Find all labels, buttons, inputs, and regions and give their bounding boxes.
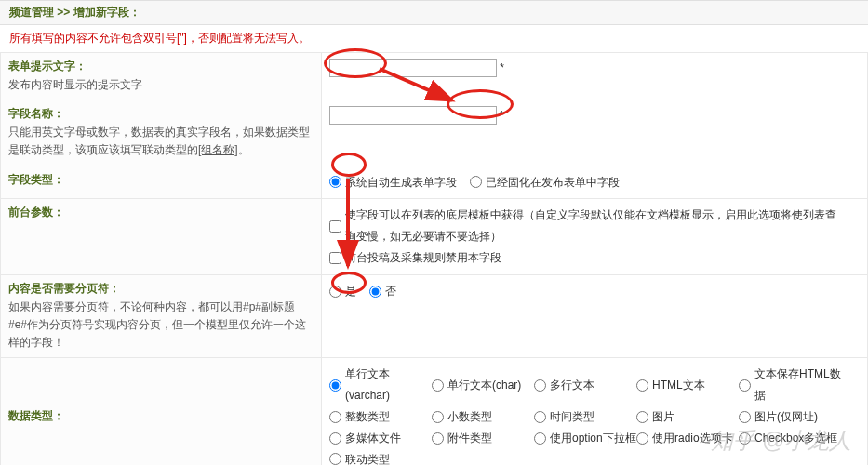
row-front-arg: 前台参数： 使字段可以在列表的底层模板中获得（自定义字段默认仅能在文档模板显示，… xyxy=(1,199,868,274)
data-type-option[interactable]: 附件类型 xyxy=(432,428,534,449)
data-type-option[interactable]: 联动类型 xyxy=(329,449,432,466)
page-break-title: 内容是否需要分页符： xyxy=(8,281,314,297)
page-break-no[interactable]: 否 xyxy=(369,281,396,302)
data-type-option[interactable]: 多行文本 xyxy=(534,364,636,406)
row-data-type: 数据类型： 单行文本(varchar)单行文本(char)多行文本HTML文本文… xyxy=(1,358,868,465)
field-name-input[interactable] xyxy=(329,106,497,125)
page-break-desc: 如果内容需要分页符，不论何种内容，都可以用#p#副标题#e#作为分页符号实现内容… xyxy=(8,299,314,352)
data-type-option[interactable]: 使用radio选项卡 xyxy=(636,428,739,449)
required-star: * xyxy=(500,61,504,74)
front-arg-title: 前台参数： xyxy=(8,205,314,220)
row-form-tip: 表单提示文字： 发布内容时显示的提示文字 * xyxy=(1,53,868,100)
data-type-option[interactable]: 使用option下拉框 xyxy=(534,428,636,449)
data-type-title: 数据类型： xyxy=(8,408,314,424)
row-field-name: 字段名称： 只能用英文字母或数字，数据表的真实字段名，如果数据类型是联动类型，该… xyxy=(1,100,868,166)
row-field-type: 字段类型： 系统自动生成表单字段 已经固化在发布表单中字段 xyxy=(1,166,868,199)
data-type-option[interactable]: 整数类型 xyxy=(329,406,432,428)
data-type-option[interactable]: 文本保存HTML数据 xyxy=(739,364,841,406)
form-tip-desc: 发布内容时显示的提示文字 xyxy=(8,76,314,94)
page-break-yes[interactable]: 是 xyxy=(329,281,356,302)
field-type-fixed[interactable]: 已经固化在发布表单中字段 xyxy=(470,172,620,193)
data-type-option[interactable]: 单行文本(varchar) xyxy=(329,364,432,406)
data-type-option[interactable]: 单行文本(char) xyxy=(432,364,534,406)
data-type-option[interactable]: Checkbox多选框 xyxy=(739,428,841,449)
breadcrumb-sep: >> xyxy=(57,6,70,19)
form-table: 表单提示文字： 发布内容时显示的提示文字 * 字段名称： 只能用英文字母或数字，… xyxy=(0,52,868,465)
breadcrumb-section: 频道管理 xyxy=(9,6,54,19)
data-type-option[interactable]: 时间类型 xyxy=(534,406,636,428)
front-arg-list-check[interactable]: 使字段可以在列表的底层模板中获得（自定义字段默认仅能在文档模板显示，启用此选项将… xyxy=(329,205,847,247)
data-type-option[interactable]: HTML文本 xyxy=(636,364,739,406)
breadcrumb: 频道管理 >> 增加新字段： xyxy=(0,0,868,25)
field-type-title: 字段类型： xyxy=(8,172,314,188)
field-type-auto[interactable]: 系统自动生成表单字段 xyxy=(329,172,457,193)
data-type-option[interactable]: 多媒体文件 xyxy=(329,428,432,449)
data-type-option[interactable]: 图片(仅网址) xyxy=(739,406,841,428)
form-tip-title: 表单提示文字： xyxy=(8,59,314,74)
form-tip-input[interactable] xyxy=(329,59,497,77)
breadcrumb-page: 增加新字段： xyxy=(73,6,140,19)
warning-text: 所有填写的内容不允许包含双引号["]，否则配置将无法写入。 xyxy=(0,25,868,52)
field-name-title: 字段名称： xyxy=(8,106,314,122)
data-type-option[interactable]: 小数类型 xyxy=(432,406,534,428)
row-page-break: 内容是否需要分页符： 如果内容需要分页符，不论何种内容，都可以用#p#副标题#e… xyxy=(1,274,868,358)
front-arg-disable-check[interactable]: 前台投稿及采集规则禁用本字段 xyxy=(329,247,501,269)
data-type-option[interactable]: 图片 xyxy=(636,406,739,428)
field-name-desc: 只能用英文字母或数字，数据表的真实字段名，如果数据类型是联动类型，该项应该填写联… xyxy=(8,124,314,159)
required-star: * xyxy=(500,109,504,122)
